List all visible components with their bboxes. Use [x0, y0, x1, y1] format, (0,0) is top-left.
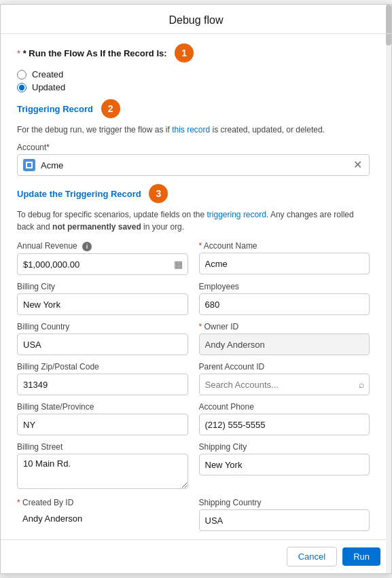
update-section-info: To debug for specific scenarios, update … — [17, 209, 370, 233]
account-phone-input[interactable] — [199, 414, 370, 435]
radio-created-label: Created — [32, 69, 63, 79]
scrollbar-track — [386, 5, 391, 573]
clear-account-button[interactable]: ✕ — [352, 160, 363, 170]
field-group-shipping-country: Shipping Country — [199, 498, 370, 531]
account-name-input[interactable] — [199, 253, 370, 274]
fields-grid: Annual Revenue i ▦ * Account Name — [17, 241, 370, 531]
created-by-value: Andy Anderson — [17, 509, 188, 524]
billing-city-label: Billing City — [17, 282, 188, 291]
field-group-owner-id: * Owner ID — [199, 322, 370, 355]
shipping-country-label: Shipping Country — [199, 498, 370, 507]
run-as-label: * Run the Flow As If the Record Is: — [23, 48, 167, 58]
field-group-account-name: * Account Name — [199, 241, 370, 275]
billing-zip-input[interactable] — [17, 374, 188, 395]
triggering-section: Triggering Record 2 For the debug run, w… — [17, 101, 370, 176]
shipping-city-input[interactable] — [199, 454, 370, 475]
annual-revenue-input[interactable] — [17, 253, 188, 275]
field-group-billing-state: Billing State/Province — [17, 402, 188, 435]
billing-state-label: Billing State/Province — [17, 402, 188, 412]
update-section-title: Update the Triggering Record — [17, 189, 141, 199]
account-input-wrapper[interactable]: Acme ✕ — [17, 154, 370, 176]
billing-state-input[interactable] — [17, 414, 188, 435]
billing-zip-label: Billing Zip/Postal Code — [17, 362, 188, 372]
dialog-title: Debug flow — [168, 14, 223, 26]
billing-street-textarea[interactable]: 10 Main Rd. — [17, 454, 188, 489]
dialog-body: * * Run the Flow As If the Record Is: 1 … — [1, 34, 391, 539]
billing-country-label: Billing Country — [17, 322, 188, 331]
debug-flow-dialog: Debug flow * * Run the Flow As If the Re… — [0, 4, 392, 574]
account-name-label: * Account Name — [199, 241, 370, 251]
shipping-country-input[interactable] — [199, 509, 370, 531]
field-group-billing-street: Billing Street 10 Main Rd. — [17, 442, 188, 491]
field-group-created-by: * Created By ID Andy Anderson — [17, 498, 188, 531]
field-group-account-phone: Account Phone — [199, 402, 370, 435]
radio-updated-label: Updated — [32, 82, 65, 92]
field-group-billing-city: Billing City — [17, 282, 188, 315]
parent-account-search-wrapper: ⌕ — [199, 374, 370, 395]
run-button[interactable]: Run — [342, 547, 380, 566]
annual-revenue-input-wrapper: ▦ — [17, 253, 188, 275]
account-icon-inner — [26, 162, 33, 168]
radio-updated-input[interactable] — [17, 83, 26, 92]
annual-revenue-info-icon[interactable]: i — [82, 242, 92, 251]
field-group-employees: Employees — [199, 282, 370, 315]
shipping-city-label: Shipping City — [199, 442, 370, 452]
step-badge-2: 2 — [101, 99, 120, 118]
step-badge-1: 1 — [175, 43, 194, 62]
update-section: Update the Triggering Record 3 To debug … — [17, 185, 370, 531]
dialog-footer: Cancel Run — [1, 539, 391, 573]
field-group-parent-account: Parent Account ID ⌕ — [199, 362, 370, 395]
employees-input[interactable] — [199, 293, 370, 315]
parent-account-search-input[interactable] — [199, 374, 370, 395]
account-icon — [23, 159, 35, 171]
owner-id-input — [199, 333, 370, 355]
triggering-title: Triggering Record — [17, 104, 93, 114]
billing-city-input[interactable] — [17, 293, 188, 315]
run-as-section: * * Run the Flow As If the Record Is: 1 … — [17, 45, 370, 92]
annual-revenue-label: Annual Revenue i — [17, 241, 188, 251]
parent-account-label: Parent Account ID — [199, 362, 370, 372]
required-star-1: * — [17, 48, 20, 58]
radio-created-input[interactable] — [17, 70, 26, 79]
field-group-billing-country: Billing Country — [17, 322, 188, 355]
step-badge-3: 3 — [149, 184, 168, 203]
field-group-billing-zip: Billing Zip/Postal Code — [17, 362, 188, 395]
billing-street-label: Billing Street — [17, 442, 188, 452]
cancel-button[interactable]: Cancel — [287, 547, 337, 566]
search-icon: ⌕ — [359, 379, 364, 390]
dialog-header: Debug flow — [1, 5, 391, 34]
account-phone-label: Account Phone — [199, 402, 370, 412]
owner-id-label: * Owner ID — [199, 322, 370, 331]
account-field-label: Account* — [17, 143, 370, 152]
triggering-info: For the debug run, we trigger the flow a… — [17, 124, 370, 136]
created-by-label: * Created By ID — [17, 498, 188, 507]
radio-created[interactable]: Created — [17, 69, 370, 79]
account-name-value: Acme — [41, 160, 352, 170]
radio-updated[interactable]: Updated — [17, 82, 370, 92]
employees-label: Employees — [199, 282, 370, 291]
field-group-annual-revenue: Annual Revenue i ▦ — [17, 241, 188, 275]
field-group-shipping-city: Shipping City — [199, 442, 370, 491]
billing-country-input[interactable] — [17, 333, 188, 355]
billing-street-wrapper: 10 Main Rd. — [17, 454, 188, 491]
